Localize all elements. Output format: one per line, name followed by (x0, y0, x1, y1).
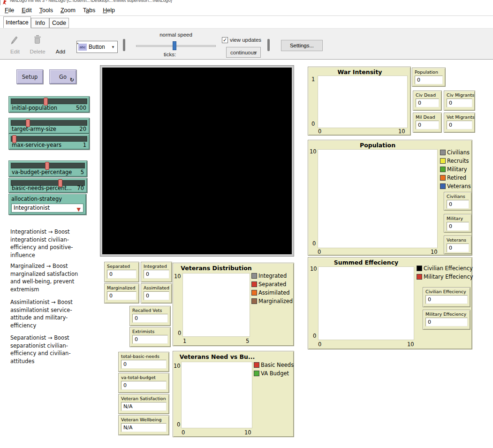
view-updates-checkbox[interactable]: ✓ (222, 37, 228, 43)
add-widget-button[interactable]: Add (53, 32, 68, 56)
slider-track[interactable] (11, 120, 87, 126)
slider-basic-needs-percent[interactable]: basic-needs-percent...70 (8, 178, 87, 193)
plot-area (181, 362, 252, 428)
note-marginalized: Marginalized → Boost marginalized satisf… (10, 262, 86, 293)
legend-retired: Retired (440, 175, 466, 181)
chooser-value-box[interactable]: Integrationist ▼ (11, 204, 83, 213)
legend-swatch (440, 158, 446, 164)
monitor-veteran-wellbeing: Veteran WellbeingN/A (118, 415, 169, 435)
chevron-down-icon (253, 52, 257, 54)
view-updates-label: view updates (230, 37, 267, 43)
tab-bar: Interface Info Code (0, 16, 493, 28)
forever-icon: ↻ (70, 77, 74, 83)
monitor-recalled-vets: Recalled Vets0 (129, 306, 171, 326)
world-view (102, 68, 292, 254)
tab-info[interactable]: Info (31, 18, 49, 28)
toolbar: Edit Delete Add abc Button ▼ normal spee… (0, 28, 493, 60)
menu-tabs[interactable]: Tabs (79, 6, 99, 15)
legend-swatch (440, 183, 446, 189)
slider-track[interactable] (11, 163, 85, 168)
speed-label: normal speed (136, 32, 216, 38)
slider-value: 500 (76, 105, 86, 111)
monitor-integrated: Integrated0 (141, 262, 172, 282)
delete-widget-button[interactable]: Delete (27, 34, 48, 56)
legend-va-budget: VA Budget (254, 370, 289, 377)
slider-name: va-budget-percentage (12, 169, 72, 175)
menu-file[interactable]: File (1, 6, 18, 15)
check-icon: ✓ (223, 37, 227, 43)
note-assimilationist: Assimilationist → Boost assimilationist … (10, 298, 86, 329)
menu-bar: File Edit Tools Zoom Tabs Help (0, 5, 493, 16)
edit-widget-button[interactable]: Edit (7, 34, 23, 56)
slider-va-budget-percentage[interactable]: va-budget-percentage5 (8, 160, 87, 177)
legend-marginalized: Marginalized (251, 298, 293, 304)
slider-track[interactable] (11, 136, 87, 142)
monitor-military: Military0 (444, 214, 472, 233)
monitor-va-total-budget: va-total-budget0 (118, 373, 169, 393)
slider-target-army-size[interactable]: target-army-size20 (8, 118, 90, 134)
legend-basic-needs: Basic Needs (254, 362, 294, 368)
slider-name: max-service-years (12, 142, 61, 148)
menu-edit[interactable]: Edit (18, 6, 36, 15)
monitor-vet-migrants: Vet Migrants0 (444, 113, 475, 133)
monitor-veteran-satisfaction: Veteran SatisfactionN/A (118, 394, 169, 414)
slider-name: basic-needs-percent... (12, 185, 72, 191)
slider-initial-population[interactable]: initial-population500 (8, 96, 90, 113)
chooser-value: Integrationist (14, 205, 50, 211)
plot-veterans-distribution: Veterans Distribution 10 0 1 5 Integrate… (173, 263, 294, 346)
legend-swatch (254, 362, 259, 368)
monitor-total-basic-needs: total-basic-needs0 (118, 352, 169, 372)
note-separationist: Separationist → Boost separationist civi… (10, 334, 86, 365)
netlogo-window: NetLogo mil vet 3 - NetLogo {C:\Users\..… (0, 0, 493, 448)
monitor-civ-migrants: Civ Migrants0 (444, 91, 475, 111)
monitor-separated: Separated0 (104, 262, 139, 282)
settings-button[interactable]: Settings... (281, 40, 323, 51)
widget-type-value: Button (89, 44, 105, 50)
note-integrationist: Integrationist → Boost integrationist ci… (10, 228, 86, 259)
slider-track[interactable] (11, 99, 87, 104)
pencil-icon (11, 36, 17, 43)
allocation-strategy-chooser[interactable]: allocation-strategy Integrationist ▼ (8, 194, 86, 215)
legend-swatch (251, 290, 257, 296)
monitor-civilians: Civilians0 (444, 192, 472, 211)
monitor-military-effeciency: Military Effeciency0 (423, 310, 470, 330)
plot-title: Population (318, 142, 438, 149)
legend-swatch (254, 371, 259, 376)
menu-help[interactable]: Help (99, 6, 119, 15)
slider-max-service-years[interactable]: max-service-years1 (8, 134, 90, 150)
plot-area (182, 273, 250, 337)
monitor-population: Population0 (412, 68, 446, 87)
legend-swatch (417, 266, 422, 271)
chooser-label: allocation-strategy (11, 196, 62, 202)
slider-value: 1 (83, 142, 86, 148)
world-view-frame (100, 65, 294, 257)
update-mode-dropdown[interactable]: continuous (226, 47, 261, 58)
delete-label: Delete (27, 49, 48, 54)
window-title: NetLogo mil vet 3 - NetLogo {C:\Users\..… (10, 0, 493, 3)
legend-civilians: Civilians (440, 149, 470, 156)
menu-zoom[interactable]: Zoom (57, 6, 79, 15)
monitor-civilian-effeciency: Civilian Effeciency0 (423, 287, 470, 307)
speed-slider-handle[interactable] (173, 41, 176, 50)
tab-code[interactable]: Code (49, 18, 69, 28)
monitor-veterans: Veterans0 (444, 235, 472, 254)
add-label: Add (53, 49, 68, 54)
tab-interface[interactable]: Interface (3, 16, 31, 28)
go-button[interactable]: Go ↻ (49, 69, 76, 84)
plot-area (318, 76, 408, 128)
setup-button[interactable]: Setup (16, 69, 43, 84)
legend-civilian-effeciency: Civilian Effeciency (417, 265, 473, 272)
monitor-marginalized: Marginalized0 (104, 283, 139, 304)
widget-type-dropdown[interactable]: abc Button ▼ (76, 41, 118, 53)
legend-assimilated: Assimilated (251, 289, 290, 296)
legend-veterans: Veterans (440, 183, 471, 190)
update-mode-value: continuous (230, 50, 257, 55)
slider-value: 5 (81, 169, 84, 175)
edit-label: Edit (7, 49, 23, 54)
legend-swatch (440, 175, 446, 181)
monitor-extrimists: Extrimists0 (129, 327, 171, 347)
legend-swatch (251, 273, 257, 279)
plot-title: War Intensity (313, 68, 407, 76)
plot-title: Veterans Distribution (179, 265, 254, 272)
menu-tools[interactable]: Tools (36, 6, 57, 15)
